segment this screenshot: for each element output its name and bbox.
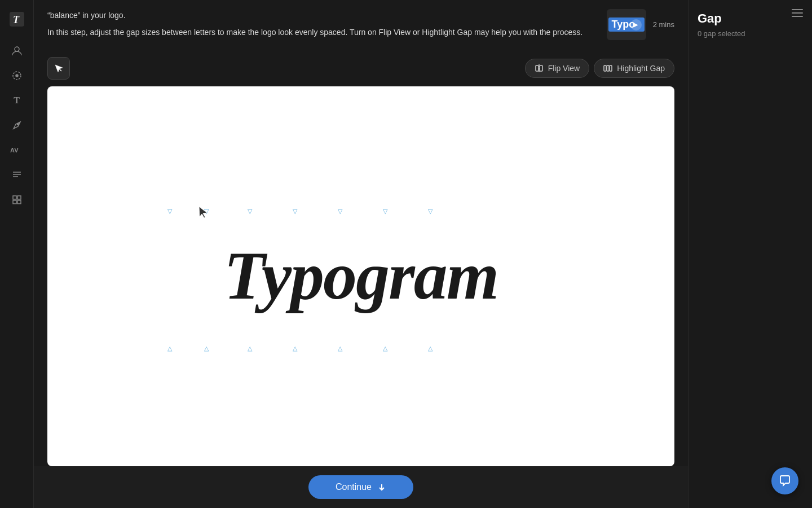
highlight-gap-label: Highlight Gap — [617, 64, 665, 73]
svg-rect-10 — [13, 196, 16, 199]
gap-marker-bottom-3: △ — [227, 345, 272, 352]
continue-button[interactable]: Continue — [308, 475, 413, 499]
svg-rect-12 — [13, 200, 16, 204]
cursor-tool-button[interactable] — [47, 57, 70, 80]
gap-marker-bottom-7: △ — [408, 345, 453, 352]
svg-rect-19 — [607, 65, 609, 71]
svg-rect-15 — [536, 65, 539, 71]
instruction-line1: “balance” in your logo. — [47, 9, 595, 21]
svg-point-4 — [16, 75, 18, 77]
chat-button[interactable] — [771, 467, 798, 494]
canvas-logo-text: Typogram — [224, 237, 498, 315]
svg-text:AV: AV — [10, 147, 19, 154]
video-duration: 2 mins — [653, 20, 674, 29]
left-sidebar: T T AV — [0, 0, 34, 508]
grid-table-icon[interactable] — [7, 190, 27, 210]
hamburger-line-2 — [792, 12, 803, 14]
panel-subtitle: 0 gap selected — [698, 29, 803, 38]
svg-point-5 — [17, 124, 19, 125]
panel-title: Gap — [698, 11, 803, 26]
svg-rect-13 — [17, 200, 21, 204]
continue-bar: Continue — [34, 466, 688, 508]
gap-marker-bottom-4: △ — [272, 345, 317, 352]
gap-marker-top-5: ▽ — [317, 208, 363, 215]
gap-markers-top: ▽ ▽ ▽ ▽ ▽ ▽ ▽ — [154, 208, 453, 215]
paragraph-icon[interactable] — [7, 165, 27, 185]
gap-marker-bottom-2: △ — [185, 345, 227, 352]
right-panel: Gap 0 gap selected — [688, 0, 812, 508]
app-logo[interactable]: T — [7, 9, 27, 29]
gap-marker-top-2: ▽ — [185, 208, 227, 215]
thumb-image: Typog ▶ — [607, 9, 646, 40]
gap-marker-bottom-1: △ — [154, 345, 185, 352]
toolbar: Flip View Highlight Gap — [34, 52, 688, 86]
flip-view-button[interactable]: Flip View — [525, 59, 590, 78]
gap-markers-bottom: △ △ △ △ △ △ △ — [154, 345, 453, 352]
lasso-icon[interactable] — [7, 65, 27, 86]
gap-marker-bottom-5: △ — [317, 345, 363, 352]
hamburger-line-1 — [792, 9, 803, 10]
svg-point-2 — [15, 47, 19, 51]
instruction-text: “balance” in your logo. In this step, ad… — [47, 9, 595, 43]
play-icon: ▶ — [630, 19, 642, 30]
pen-tool-icon[interactable] — [7, 115, 27, 135]
svg-rect-20 — [610, 65, 612, 71]
svg-text:T: T — [13, 14, 20, 25]
cursor-indicator — [197, 205, 210, 220]
flip-view-label: Flip View — [548, 64, 580, 73]
text-tool-icon[interactable]: T — [7, 90, 27, 111]
highlight-gap-button[interactable]: Highlight Gap — [594, 59, 674, 78]
main-area: “balance” in your logo. In this step, ad… — [34, 0, 688, 508]
hamburger-line-3 — [792, 16, 803, 17]
svg-line-14 — [59, 69, 61, 71]
canvas-container: ▽ ▽ ▽ ▽ ▽ ▽ ▽ Typogram △ △ △ △ — [34, 86, 688, 466]
video-thumbnail[interactable]: Typog ▶ 2 mins — [607, 9, 674, 40]
hamburger-menu[interactable] — [792, 9, 803, 17]
continue-label: Continue — [336, 482, 372, 492]
svg-rect-11 — [17, 196, 21, 199]
gap-marker-bottom-6: △ — [363, 345, 408, 352]
user-icon[interactable] — [7, 41, 27, 61]
canvas[interactable]: ▽ ▽ ▽ ▽ ▽ ▽ ▽ Typogram △ △ △ △ — [47, 86, 674, 466]
svg-rect-16 — [540, 65, 542, 71]
gap-marker-top-3: ▽ — [227, 208, 272, 215]
kerning-icon[interactable]: AV — [7, 140, 27, 160]
svg-rect-18 — [604, 65, 606, 71]
gap-marker-top-7: ▽ — [408, 208, 453, 215]
instruction-line2: In this step, adjust the gap sizes betwe… — [47, 26, 595, 38]
gap-marker-top-6: ▽ — [363, 208, 408, 215]
gap-marker-top-4: ▽ — [272, 208, 317, 215]
top-info: “balance” in your logo. In this step, ad… — [34, 0, 688, 52]
gap-marker-top-1: ▽ — [154, 208, 185, 215]
